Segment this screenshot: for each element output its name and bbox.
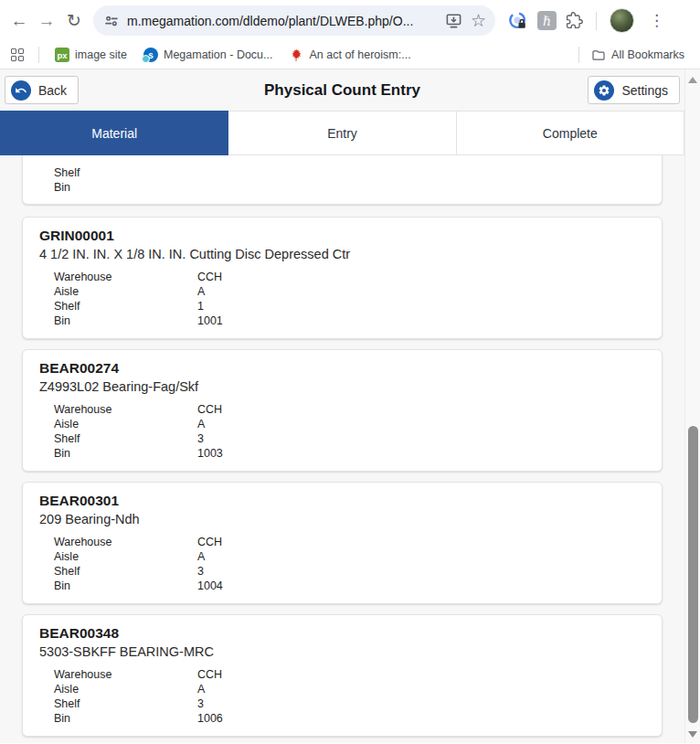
field-row: AisleA <box>54 682 662 696</box>
browser-toolbar: ← → ↻ m.megamation.com/dldemo/plant/DLWE… <box>0 0 700 41</box>
address-bar[interactable]: m.megamation.com/dldemo/plant/DLWEB.php/… <box>93 5 495 36</box>
partial-item-card[interactable]: ShelfBin <box>22 155 663 205</box>
field-row: WarehouseCCH <box>54 270 662 284</box>
field-value: CCH <box>197 667 662 682</box>
field-row: AisleA <box>54 284 662 299</box>
item-card[interactable]: BEAR00348 5303-SBKFF BEARING-MRC Warehou… <box>22 614 663 737</box>
bookmark-star-icon[interactable]: ☆ <box>471 10 486 31</box>
site-settings-icon[interactable] <box>104 14 119 28</box>
field-value: 3 <box>197 431 662 446</box>
bookmark-label: image site <box>75 48 127 61</box>
field-value: CCH <box>197 270 662 284</box>
field-value: A <box>197 682 662 696</box>
field-label: Shelf <box>54 431 197 446</box>
field-label: Aisle <box>54 417 197 431</box>
bookmark-heroism[interactable]: An act of heroism:... <box>282 45 417 65</box>
settings-label: Settings <box>621 83 668 98</box>
field-row: AisleA <box>54 549 662 564</box>
browser-forward-icon[interactable]: → <box>33 7 60 35</box>
field-value: A <box>197 417 662 431</box>
field-row: Bin1001 <box>54 314 662 328</box>
item-description: 5303-SBKFF BEARING-MRC <box>23 642 662 659</box>
field-row: Shelf3 <box>54 564 662 579</box>
tab-bar: Material Entry Complete <box>0 111 684 155</box>
field-row: WarehouseCCH <box>54 402 662 417</box>
bookmarks-bar: px image site s Megamation - Docu... An … <box>0 41 700 69</box>
scrollbar-thumb[interactable] <box>688 426 698 723</box>
toolbar-divider <box>596 12 597 30</box>
folder-icon <box>591 48 606 62</box>
profile-avatar[interactable] <box>610 8 634 33</box>
page-scrollbar[interactable] <box>684 69 700 743</box>
item-list: GRIN00001 4 1/2 IN. IN. X 1/8 IN. IN. Cu… <box>22 217 663 737</box>
item-code: GRIN00001 <box>23 228 662 244</box>
physical-count-app: Physical Count Entry Back Settings <box>0 69 700 743</box>
field-label: Bin <box>54 180 197 195</box>
url-text[interactable]: m.megamation.com/dldemo/plant/DLWEB.php/… <box>127 14 437 28</box>
field-row: AisleA <box>54 417 662 431</box>
apps-grid-icon[interactable] <box>11 48 24 61</box>
hbar-extension-icon[interactable]: ℏ <box>537 11 557 30</box>
app-header: Physical Count Entry Back Settings <box>0 69 684 111</box>
item-code: BEAR00348 <box>23 625 662 642</box>
install-app-icon[interactable] <box>445 12 462 29</box>
field-value: 1006 <box>197 711 662 726</box>
field-value: 3 <box>197 564 662 579</box>
item-description: Z4993L02 Bearing-Fag/Skf <box>23 377 662 394</box>
field-label: Shelf <box>54 564 197 579</box>
item-card[interactable]: GRIN00001 4 1/2 IN. IN. X 1/8 IN. IN. Cu… <box>22 217 663 339</box>
item-fields: WarehouseCCHAisleAShelf3Bin1003 <box>23 402 662 461</box>
px-icon: px <box>55 48 69 62</box>
field-label: Bin <box>54 579 197 593</box>
field-row: Bin1004 <box>54 579 662 593</box>
item-fields: WarehouseCCHAisleAShelf3Bin1006 <box>23 667 662 726</box>
tab-material[interactable]: Material <box>0 111 228 155</box>
bookmarks-divider <box>38 47 39 63</box>
field-label: Warehouse <box>54 270 197 284</box>
field-value: A <box>197 549 662 564</box>
field-row: Shelf1 <box>54 299 662 314</box>
item-card[interactable]: BEAR00301 209 Bearing-Ndh WarehouseCCHAi… <box>22 482 663 604</box>
field-label: Shelf <box>54 696 197 711</box>
browser-back-icon[interactable]: ← <box>5 7 33 35</box>
bookmark-label: Megamation - Docu... <box>164 48 273 61</box>
field-value: 3 <box>197 696 662 711</box>
field-value: CCH <box>197 402 662 417</box>
tab-complete[interactable]: Complete <box>457 111 684 155</box>
page-title: Physical Count Entry <box>0 81 684 100</box>
bookmark-label: An act of heroism:... <box>309 48 410 61</box>
field-row: WarehouseCCH <box>54 667 662 682</box>
material-list-content: ShelfBin GRIN00001 4 1/2 IN. IN. X 1/8 I… <box>0 155 684 744</box>
field-label: Shelf <box>54 165 197 180</box>
field-label: Aisle <box>54 284 197 299</box>
field-value <box>197 165 662 180</box>
item-description: 4 1/2 IN. IN. X 1/8 IN. IN. Cutting Disc… <box>23 244 662 261</box>
bookmark-image-site[interactable]: px image site <box>48 45 133 65</box>
tab-entry[interactable]: Entry <box>228 111 456 155</box>
extensions-puzzle-icon[interactable] <box>566 12 583 29</box>
browser-reload-icon[interactable]: ↻ <box>60 7 88 35</box>
field-label: Bin <box>54 314 197 328</box>
field-value: CCH <box>197 535 662 549</box>
field-value: 1004 <box>197 579 662 593</box>
back-button[interactable]: Back <box>5 76 79 104</box>
settings-button[interactable]: Settings <box>588 76 680 104</box>
field-label: Bin <box>54 711 197 726</box>
item-code: BEAR00301 <box>23 493 662 509</box>
field-row: WarehouseCCH <box>54 535 662 549</box>
field-row: Bin1006 <box>54 711 662 726</box>
item-card[interactable]: BEAR00274 Z4993L02 Bearing-Fag/Skf Wareh… <box>22 349 663 472</box>
privacy-extension-icon[interactable] <box>508 11 528 31</box>
maple-leaf-icon <box>289 48 303 62</box>
field-row: Shelf3 <box>54 431 662 446</box>
field-value: 1 <box>197 299 662 314</box>
field-row: Shelf <box>54 165 662 180</box>
item-fields: WarehouseCCHAisleAShelf3Bin1004 <box>23 535 662 593</box>
chrome-menu-icon[interactable]: ⋮ <box>643 11 670 30</box>
scroll-up-icon[interactable] <box>688 77 697 83</box>
bookmark-megamation-docs[interactable]: s Megamation - Docu... <box>137 45 280 65</box>
scroll-down-icon[interactable] <box>688 731 697 738</box>
field-label: Warehouse <box>54 402 197 417</box>
field-value <box>197 180 662 195</box>
all-bookmarks-button[interactable]: All Bookmarks <box>585 45 691 65</box>
